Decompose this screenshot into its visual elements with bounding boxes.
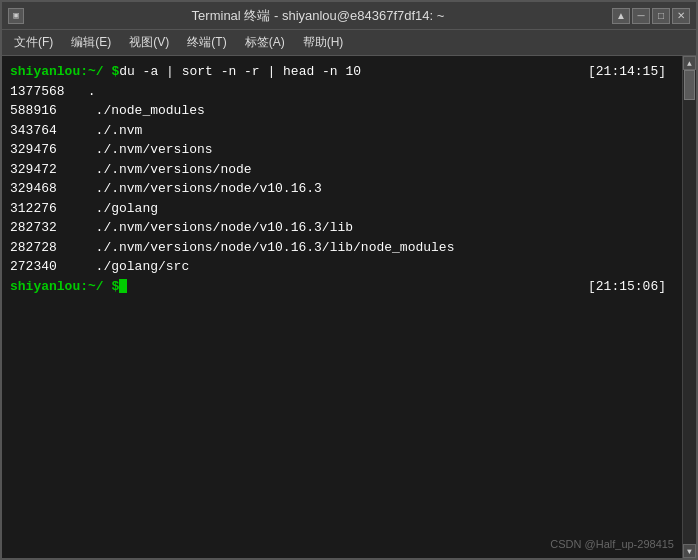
scroll-down-button[interactable]: ▼	[683, 544, 696, 558]
output-line-8: 282728 ./.nvm/versions/node/v10.16.3/lib…	[10, 238, 688, 258]
prompt-2: shiyanlou:~/ $	[10, 277, 119, 297]
output-line-7: 282732 ./.nvm/versions/node/v10.16.3/lib	[10, 218, 688, 238]
terminal-content: shiyanlou:~/ $ du -a | sort -n -r | head…	[10, 62, 688, 296]
scrollbar-thumb[interactable]	[684, 70, 695, 100]
scrollbar-track[interactable]	[683, 70, 696, 544]
window-title: Terminal 终端 - shiyanlou@e84367f7df14: ~	[24, 7, 612, 25]
output-line-0: 1377568 .	[10, 82, 688, 102]
timestamp-2: [21:15:06]	[588, 277, 666, 297]
title-bar-left: ▣	[8, 8, 24, 24]
output-line-1: 588916 ./node_modules	[10, 101, 688, 121]
timestamp-1: [21:14:15]	[588, 62, 666, 82]
menu-bar: 文件(F) 编辑(E) 视图(V) 终端(T) 标签(A) 帮助(H)	[2, 30, 696, 56]
output-line-6: 312276 ./golang	[10, 199, 688, 219]
menu-file[interactable]: 文件(F)	[6, 32, 61, 53]
cursor	[119, 279, 127, 293]
menu-help[interactable]: 帮助(H)	[295, 32, 352, 53]
minimize-button[interactable]: ▲	[612, 8, 630, 24]
command-line-1: shiyanlou:~/ $ du -a | sort -n -r | head…	[10, 62, 688, 82]
cursor-area	[119, 277, 127, 297]
output-line-3: 329476 ./.nvm/versions	[10, 140, 688, 160]
watermark: CSDN @Half_up-298415	[550, 538, 674, 550]
title-bar: ▣ Terminal 终端 - shiyanlou@e84367f7df14: …	[2, 2, 696, 30]
window-icon: ▣	[8, 8, 24, 24]
command-text-1: du -a | sort -n -r | head -n 10	[119, 62, 361, 82]
terminal-area[interactable]: shiyanlou:~/ $ du -a | sort -n -r | head…	[2, 56, 696, 558]
terminal-window: ▣ Terminal 终端 - shiyanlou@e84367f7df14: …	[0, 0, 698, 560]
restore-button[interactable]: ─	[632, 8, 650, 24]
window-controls: ▲ ─ □ ✕	[612, 8, 690, 24]
scroll-up-button[interactable]: ▲	[683, 56, 696, 70]
command-line-2: shiyanlou:~/ $ [21:15:06]	[10, 277, 688, 297]
output-line-2: 343764 ./.nvm	[10, 121, 688, 141]
prompt-1: shiyanlou:~/ $	[10, 62, 119, 82]
menu-terminal[interactable]: 终端(T)	[179, 32, 234, 53]
output-line-5: 329468 ./.nvm/versions/node/v10.16.3	[10, 179, 688, 199]
scrollbar[interactable]: ▲ ▼	[682, 56, 696, 558]
close-button[interactable]: ✕	[672, 8, 690, 24]
menu-tabs[interactable]: 标签(A)	[237, 32, 293, 53]
output-line-9: 272340 ./golang/src	[10, 257, 688, 277]
maximize-button[interactable]: □	[652, 8, 670, 24]
output-line-4: 329472 ./.nvm/versions/node	[10, 160, 688, 180]
menu-view[interactable]: 视图(V)	[121, 32, 177, 53]
menu-edit[interactable]: 编辑(E)	[63, 32, 119, 53]
